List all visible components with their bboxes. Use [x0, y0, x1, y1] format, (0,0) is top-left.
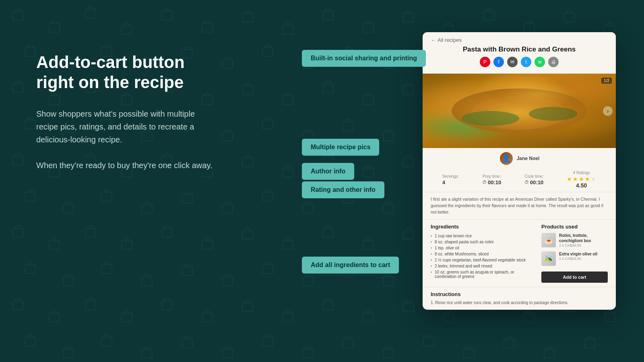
cook-value: ⏱ 00:10	[524, 179, 544, 185]
ingredient-4: 8 oz. white Mushrooms, sliced	[431, 251, 533, 257]
main-heading: Add-to-cart button right on the recipe	[36, 52, 213, 93]
whatsapp-icon[interactable]: w	[535, 57, 545, 67]
stats-row: Servings: 4 Prep time: ⏱ 00:10 Cook time…	[423, 167, 616, 192]
social-sharing-row: P f ✉ t w 🖨	[431, 57, 608, 67]
left-panel: Add-to-cart button right on the recipe S…	[36, 52, 213, 172]
card-header: ← All recipes Pasta with Brown Rice and …	[423, 32, 616, 74]
annotation-rating: Rating and other info	[302, 181, 384, 198]
instructions-section: Instructions 1. Rinse rice until water r…	[423, 287, 616, 310]
servings-label: Servings:	[442, 174, 459, 179]
product-2-qty: 1 x CA$24.00	[559, 257, 608, 261]
cook-stat: Cook time: ⏱ 00:10	[524, 174, 544, 185]
ingredient-5: 1 ½ cups vegetarian, beef-flavored veget…	[431, 257, 533, 263]
svg-rect-0	[1, 3, 11, 12]
product-1: 🍝 Rotini, trottole, conchiglioni box 1 x…	[541, 233, 608, 247]
star-2: ★	[573, 176, 578, 182]
ingredients-title: Ingredients	[431, 224, 533, 230]
ingredient-6: 2 leeks, trimmed and well rinsed	[431, 263, 533, 269]
cook-label: Cook time:	[524, 174, 544, 179]
ingredients-list: Ingredients 1 cup raw brown rice 8 oz. s…	[431, 224, 533, 283]
product-2: 🫒 Extra virgin olive oil 1 x CA$24.00	[541, 251, 608, 266]
add-to-cart-button[interactable]: Add to cart	[541, 272, 608, 283]
ingredient-3: 1 tsp. olive oil	[431, 245, 533, 251]
servings-value: 4	[442, 179, 459, 185]
product-1-image: 🍝	[541, 233, 556, 247]
image-counter: 1/2	[601, 78, 612, 84]
product-2-image: 🫒	[541, 251, 556, 266]
product-1-info: Rotini, trottole, conchiglioni box 1 x C…	[559, 233, 608, 247]
rating-number: 4.50	[567, 182, 596, 189]
prep-stat: Prep time: ⏱ 00:10	[482, 174, 501, 185]
products-title: Products used	[541, 224, 608, 230]
annotation-pics: Multiple recipe pics	[302, 139, 379, 156]
instructions-text: 1. Rinse rice until water runs clear, an…	[431, 300, 608, 306]
ingredient-1: 1 cup raw brown rice	[431, 233, 533, 239]
prep-label: Prep time:	[482, 174, 501, 179]
product-2-name: Extra virgin olive oil	[559, 251, 608, 257]
recipe-description: I first ate a slight variation of this r…	[423, 192, 616, 220]
products-used: Products used 🍝 Rotini, trottole, conchi…	[541, 224, 608, 283]
star-1: ★	[567, 176, 572, 182]
sub-paragraph-1: Show shoppers what's possible with multi…	[36, 107, 213, 146]
ratings-count-label: 4 Ratings	[567, 171, 596, 175]
recipe-title: Pasta with Brown Rice and Greens	[431, 45, 608, 53]
recipe-image: 1/2 ›	[423, 74, 616, 148]
star-4: ★	[585, 176, 590, 182]
star-5: ★	[591, 176, 596, 182]
twitter-icon[interactable]: t	[521, 57, 531, 67]
servings-stat: Servings: 4	[442, 174, 459, 185]
product-1-qty: 1 x CA$29.00	[559, 243, 608, 247]
sub-paragraph-2: When they're ready to buy they're one cl…	[36, 159, 213, 172]
annotation-author: Author info	[302, 163, 354, 180]
instructions-title: Instructions	[431, 291, 608, 297]
back-link[interactable]: ← All recipes	[431, 37, 608, 43]
recipe-card: ← All recipes Pasta with Brown Rice and …	[423, 32, 616, 310]
ingredient-7: 10 oz. greens such as arugula or spinach…	[431, 269, 533, 280]
pasta-image	[423, 74, 616, 148]
image-next-arrow[interactable]: ›	[603, 106, 613, 116]
right-area: Built-in social sharing and printing Mul…	[302, 32, 616, 334]
ingredient-2: 8 oz. shaped pasta such as rotini	[431, 239, 533, 245]
star-3: ★	[579, 176, 584, 182]
author-avatar: 👤	[499, 151, 514, 166]
author-name: Jane Noel	[517, 156, 540, 161]
print-icon[interactable]: 🖨	[548, 57, 559, 67]
annotation-cart: Add all ingredients to cart	[302, 257, 399, 274]
author-section: 👤 Jane Noel	[423, 148, 616, 167]
ingredients-section: Ingredients 1 cup raw brown rice 8 oz. s…	[423, 220, 616, 287]
facebook-icon[interactable]: f	[493, 57, 504, 67]
pinterest-icon[interactable]: P	[480, 57, 490, 67]
stars-display: ★ ★ ★ ★ ★	[567, 176, 596, 182]
prep-value: ⏱ 00:10	[482, 179, 501, 185]
email-icon[interactable]: ✉	[507, 57, 518, 67]
product-2-info: Extra virgin olive oil 1 x CA$24.00	[559, 251, 608, 261]
annotation-social: Built-in social sharing and printing	[302, 50, 426, 67]
rating-stat: 4 Ratings ★ ★ ★ ★ ★ 4.50	[567, 171, 596, 189]
product-1-name: Rotini, trottole, conchiglioni box	[559, 233, 608, 243]
